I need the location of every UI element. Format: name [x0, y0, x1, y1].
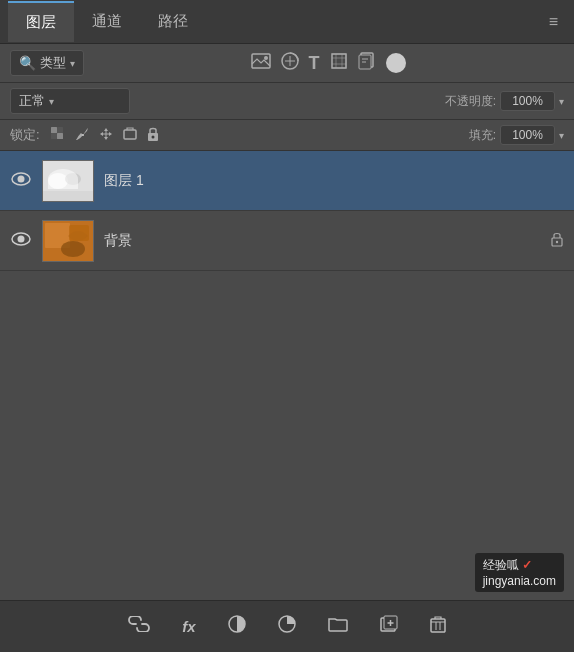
adjustment-layer-icon[interactable] — [274, 611, 300, 642]
svg-rect-3 — [332, 54, 346, 68]
svg-rect-12 — [51, 127, 57, 133]
blend-mode-arrow: ▾ — [49, 96, 54, 107]
smart-filter-icon[interactable] — [358, 52, 376, 74]
lock-label: 锁定: — [10, 126, 40, 144]
text-filter-icon[interactable]: T — [309, 53, 320, 74]
link-layers-icon[interactable] — [124, 612, 154, 641]
tab-bar: 图层 通道 路径 ≡ — [0, 0, 574, 44]
dropdown-arrow: ▾ — [70, 58, 75, 69]
lock-move-icon[interactable] — [98, 126, 114, 145]
new-layer-icon[interactable] — [376, 611, 402, 642]
svg-point-30 — [61, 241, 85, 257]
shape-filter-icon[interactable] — [330, 52, 348, 74]
svg-point-19 — [151, 135, 154, 138]
svg-point-27 — [18, 236, 25, 243]
filter-dropdown-label: 类型 — [40, 54, 66, 72]
panel-menu-icon[interactable]: ≡ — [541, 9, 566, 35]
filter-toggle-icon[interactable] — [386, 53, 406, 73]
svg-rect-13 — [57, 127, 63, 133]
adjustment-filter-icon[interactable] — [281, 52, 299, 74]
layer-item[interactable]: 图层 1 — [0, 151, 574, 211]
svg-point-32 — [556, 240, 558, 242]
delete-layer-icon[interactable] — [426, 611, 450, 642]
blend-mode-dropdown[interactable]: 正常 ▾ — [10, 88, 130, 114]
svg-point-21 — [18, 176, 25, 183]
new-group-icon[interactable] — [324, 612, 352, 641]
filter-icons-group: T — [92, 52, 564, 74]
image-filter-icon[interactable] — [251, 53, 271, 73]
layer-thumbnail — [42, 160, 94, 202]
layer-name: 背景 — [104, 232, 540, 250]
layer-list: 图层 1 背景 — [0, 151, 574, 600]
svg-point-16 — [82, 134, 84, 136]
layer-visibility-icon[interactable] — [10, 170, 32, 191]
tab-channels[interactable]: 通道 — [74, 2, 140, 41]
bottom-toolbar: fx — [0, 600, 574, 652]
fill-arrow: ▾ — [559, 130, 564, 141]
svg-point-24 — [65, 173, 81, 185]
lock-paint-icon[interactable] — [74, 126, 90, 145]
svg-rect-15 — [57, 133, 63, 139]
layer-type-dropdown[interactable]: 🔍 类型 ▾ — [10, 50, 84, 76]
layer-name: 图层 1 — [104, 172, 564, 190]
fx-icon[interactable]: fx — [178, 614, 199, 639]
blend-bar: 正常 ▾ 不透明度: 100% ▾ — [0, 83, 574, 120]
new-fill-icon[interactable] — [224, 611, 250, 642]
layer-thumbnail — [42, 220, 94, 262]
filter-bar: 🔍 类型 ▾ T — [0, 44, 574, 83]
blend-mode-label: 正常 — [19, 92, 45, 110]
lock-bar: 锁定: — [0, 120, 574, 151]
lock-all-icon[interactable] — [146, 126, 160, 145]
svg-rect-25 — [43, 191, 94, 202]
layer-item[interactable]: 背景 — [0, 211, 574, 271]
svg-point-1 — [264, 56, 268, 60]
lock-icons-group — [50, 126, 160, 145]
svg-rect-14 — [51, 133, 57, 139]
fill-group: 填充: 100% ▾ — [469, 125, 564, 145]
search-icon: 🔍 — [19, 55, 36, 71]
opacity-input[interactable]: 100% — [500, 91, 555, 111]
opacity-arrow: ▾ — [559, 96, 564, 107]
layer-visibility-icon[interactable] — [10, 230, 32, 251]
fill-input[interactable]: 100% — [500, 125, 555, 145]
opacity-group: 不透明度: 100% ▾ — [445, 91, 564, 111]
svg-point-23 — [48, 173, 68, 189]
tab-paths[interactable]: 路径 — [140, 2, 206, 41]
lock-artboard-icon[interactable] — [122, 126, 138, 145]
layers-panel: 图层 通道 路径 ≡ 🔍 类型 ▾ — [0, 0, 574, 652]
tab-layers[interactable]: 图层 — [8, 1, 74, 42]
svg-rect-17 — [124, 130, 136, 139]
layer-locked-icon — [550, 231, 564, 251]
opacity-label: 不透明度: — [445, 93, 496, 110]
svg-rect-39 — [431, 619, 445, 632]
fill-label: 填充: — [469, 127, 496, 144]
lock-transparency-icon[interactable] — [50, 126, 66, 145]
